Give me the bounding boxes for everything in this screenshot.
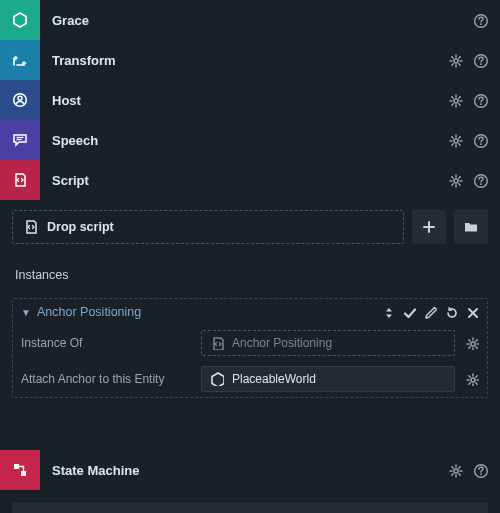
field-value: Anchor Positioning	[232, 336, 332, 350]
script-icon	[0, 160, 40, 200]
component-label: Grace	[40, 13, 473, 28]
add-component-button[interactable]: Add Component	[12, 502, 488, 513]
script-icon	[210, 336, 224, 350]
field-value-box[interactable]: Anchor Positioning	[201, 330, 455, 356]
component-label: Transform	[40, 53, 448, 68]
help-icon	[473, 93, 488, 108]
confirm-button[interactable]	[402, 305, 416, 319]
reset-button[interactable]	[444, 305, 458, 319]
transform-icon	[0, 40, 40, 80]
gear-icon	[465, 336, 479, 350]
hexagon-icon	[210, 372, 224, 386]
component-label: Speech	[40, 133, 448, 148]
sort-button[interactable]	[381, 305, 395, 319]
hexagon-icon	[0, 0, 40, 40]
component-row-grace[interactable]: Grace	[0, 0, 500, 40]
plus-icon	[421, 219, 437, 235]
gear-icon	[448, 463, 463, 478]
help-icon	[473, 173, 488, 188]
instance-field-row: Instance OfAnchor Positioning	[13, 325, 487, 361]
check-icon	[402, 305, 416, 319]
component-help-button[interactable]	[473, 133, 488, 148]
component-settings-button[interactable]	[448, 133, 463, 148]
component-row-state-machine[interactable]: State Machine	[0, 450, 500, 490]
browse-script-button[interactable]	[454, 210, 488, 244]
drop-script-label: Drop script	[47, 220, 114, 234]
help-icon	[473, 133, 488, 148]
drop-script-zone[interactable]: Drop script	[12, 210, 404, 244]
field-label: Attach Anchor to this Entity	[21, 372, 191, 386]
gear-icon	[448, 133, 463, 148]
component-settings-button[interactable]	[448, 93, 463, 108]
collapse-caret-icon: ▼	[21, 307, 31, 318]
gear-icon	[465, 372, 479, 386]
instance-title: Anchor Positioning	[37, 305, 375, 319]
component-label: Host	[40, 93, 448, 108]
help-icon	[473, 463, 488, 478]
gear-icon	[448, 53, 463, 68]
state-machine-icon	[0, 450, 40, 490]
gear-icon	[448, 93, 463, 108]
field-label: Instance Of	[21, 336, 191, 350]
component-settings-button[interactable]	[448, 173, 463, 188]
edit-button[interactable]	[423, 305, 437, 319]
component-row-speech[interactable]: Speech	[0, 120, 500, 160]
instance-header[interactable]: ▼ Anchor Positioning	[13, 299, 487, 325]
component-row-script[interactable]: Script	[0, 160, 500, 200]
pencil-icon	[423, 305, 437, 319]
folder-icon	[463, 219, 479, 235]
component-row-host[interactable]: Host	[0, 80, 500, 120]
help-icon	[473, 13, 488, 28]
field-settings-button[interactable]	[465, 336, 479, 350]
component-row-transform[interactable]: Transform	[0, 40, 500, 80]
user-icon	[0, 80, 40, 120]
instance-field-row: Attach Anchor to this EntityPlaceableWor…	[13, 361, 487, 397]
component-help-button[interactable]	[473, 53, 488, 68]
component-help-button[interactable]	[473, 173, 488, 188]
state-machine-help-button[interactable]	[473, 463, 488, 478]
state-machine-label: State Machine	[40, 463, 448, 478]
state-machine-settings-button[interactable]	[448, 463, 463, 478]
remove-instance-button[interactable]	[465, 305, 479, 319]
instance-block: ▼ Anchor Positioning Instance OfAnchor P…	[12, 298, 488, 398]
help-icon	[473, 53, 488, 68]
field-value: PlaceableWorld	[232, 372, 316, 386]
field-value-box[interactable]: PlaceableWorld	[201, 366, 455, 392]
reset-icon	[444, 305, 458, 319]
gear-icon	[448, 173, 463, 188]
component-label: Script	[40, 173, 448, 188]
speech-icon	[0, 120, 40, 160]
close-icon	[465, 305, 479, 319]
component-help-button[interactable]	[473, 13, 488, 28]
sort-icon	[381, 305, 395, 319]
script-icon	[23, 219, 39, 235]
component-help-button[interactable]	[473, 93, 488, 108]
instances-heading: Instances	[0, 254, 500, 290]
add-script-button[interactable]	[412, 210, 446, 244]
field-settings-button[interactable]	[465, 372, 479, 386]
component-settings-button[interactable]	[448, 53, 463, 68]
